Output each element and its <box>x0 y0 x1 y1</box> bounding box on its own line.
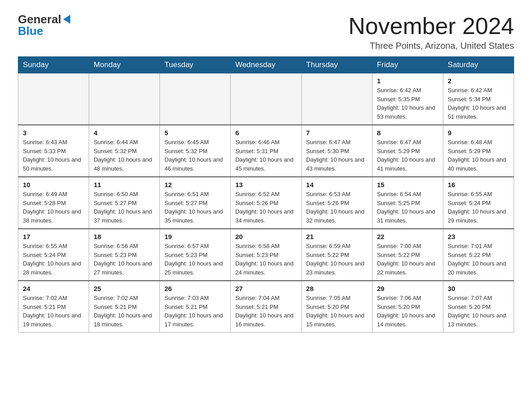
day-number: 27 <box>235 285 296 292</box>
day-number: 20 <box>235 233 296 240</box>
calendar-cell: 16Sunrise: 6:55 AM Sunset: 5:24 PM Dayli… <box>443 177 514 229</box>
day-info: Sunrise: 6:58 AM Sunset: 5:23 PM Dayligh… <box>235 242 296 277</box>
calendar-cell: 28Sunrise: 7:05 AM Sunset: 5:20 PM Dayli… <box>301 281 372 333</box>
calendar-cell <box>231 73 301 125</box>
calendar-cell: 26Sunrise: 7:03 AM Sunset: 5:21 PM Dayli… <box>160 281 231 333</box>
logo: General Blue <box>18 13 71 37</box>
calendar-cell: 6Sunrise: 6:46 AM Sunset: 5:31 PM Daylig… <box>231 125 301 177</box>
calendar-cell <box>89 73 160 125</box>
day-number: 30 <box>448 285 509 292</box>
day-number: 3 <box>23 129 84 137</box>
day-number: 11 <box>94 181 155 188</box>
calendar-cell: 19Sunrise: 6:57 AM Sunset: 5:23 PM Dayli… <box>160 229 231 281</box>
calendar-week-row: 1Sunrise: 6:42 AM Sunset: 5:35 PM Daylig… <box>18 73 514 125</box>
day-info: Sunrise: 6:55 AM Sunset: 5:24 PM Dayligh… <box>23 242 84 277</box>
calendar-title: November 2024 <box>348 13 514 39</box>
calendar-cell: 14Sunrise: 6:53 AM Sunset: 5:26 PM Dayli… <box>301 177 372 229</box>
calendar-cell: 17Sunrise: 6:55 AM Sunset: 5:24 PM Dayli… <box>18 229 89 281</box>
calendar-cell: 24Sunrise: 7:02 AM Sunset: 5:21 PM Dayli… <box>18 281 89 333</box>
day-number: 7 <box>306 129 368 137</box>
calendar-cell: 11Sunrise: 6:50 AM Sunset: 5:27 PM Dayli… <box>89 177 160 229</box>
day-info: Sunrise: 6:47 AM Sunset: 5:30 PM Dayligh… <box>306 138 368 173</box>
day-number: 26 <box>164 285 226 292</box>
day-number: 22 <box>377 233 438 240</box>
day-number: 23 <box>448 233 509 240</box>
calendar-cell: 9Sunrise: 6:48 AM Sunset: 5:29 PM Daylig… <box>443 125 514 177</box>
logo-triangle-icon <box>63 15 70 24</box>
day-number: 10 <box>23 181 84 188</box>
logo-blue-text: Blue <box>18 25 43 37</box>
day-info: Sunrise: 6:46 AM Sunset: 5:31 PM Dayligh… <box>235 138 296 173</box>
calendar-cell: 12Sunrise: 6:51 AM Sunset: 5:27 PM Dayli… <box>160 177 231 229</box>
day-info: Sunrise: 7:04 AM Sunset: 5:21 PM Dayligh… <box>235 294 296 329</box>
calendar-cell: 5Sunrise: 6:45 AM Sunset: 5:32 PM Daylig… <box>160 125 231 177</box>
day-info: Sunrise: 6:44 AM Sunset: 5:32 PM Dayligh… <box>94 138 155 173</box>
calendar-cell <box>160 73 231 125</box>
calendar-table: SundayMondayTuesdayWednesdayThursdayFrid… <box>18 56 514 333</box>
day-info: Sunrise: 7:02 AM Sunset: 5:21 PM Dayligh… <box>23 294 84 329</box>
logo-general-text: General <box>18 13 61 25</box>
day-info: Sunrise: 6:56 AM Sunset: 5:23 PM Dayligh… <box>94 242 155 277</box>
title-block: November 2024 Three Points, Arizona, Uni… <box>348 13 514 51</box>
calendar-cell: 13Sunrise: 6:52 AM Sunset: 5:26 PM Dayli… <box>231 177 301 229</box>
calendar-week-row: 3Sunrise: 6:43 AM Sunset: 5:33 PM Daylig… <box>18 125 514 177</box>
day-info: Sunrise: 6:57 AM Sunset: 5:23 PM Dayligh… <box>164 242 226 277</box>
day-info: Sunrise: 6:42 AM Sunset: 5:35 PM Dayligh… <box>377 86 438 121</box>
day-info: Sunrise: 7:02 AM Sunset: 5:21 PM Dayligh… <box>94 294 155 329</box>
calendar-cell: 30Sunrise: 7:07 AM Sunset: 5:20 PM Dayli… <box>443 281 514 333</box>
calendar-cell: 1Sunrise: 6:42 AM Sunset: 5:35 PM Daylig… <box>372 73 443 125</box>
day-number: 14 <box>306 181 368 188</box>
calendar-week-row: 24Sunrise: 7:02 AM Sunset: 5:21 PM Dayli… <box>18 281 514 333</box>
day-info: Sunrise: 7:07 AM Sunset: 5:20 PM Dayligh… <box>448 294 509 329</box>
day-info: Sunrise: 7:01 AM Sunset: 5:22 PM Dayligh… <box>448 242 509 277</box>
day-info: Sunrise: 6:43 AM Sunset: 5:33 PM Dayligh… <box>23 138 84 173</box>
calendar-cell: 25Sunrise: 7:02 AM Sunset: 5:21 PM Dayli… <box>89 281 160 333</box>
day-number: 28 <box>306 285 368 292</box>
day-number: 21 <box>306 233 368 240</box>
day-info: Sunrise: 6:45 AM Sunset: 5:32 PM Dayligh… <box>164 138 226 173</box>
weekday-header-tuesday: Tuesday <box>160 57 231 73</box>
day-info: Sunrise: 7:00 AM Sunset: 5:22 PM Dayligh… <box>377 242 438 277</box>
day-info: Sunrise: 7:06 AM Sunset: 5:20 PM Dayligh… <box>377 294 438 329</box>
day-number: 6 <box>235 129 296 137</box>
weekday-header-friday: Friday <box>372 57 443 73</box>
calendar-cell: 4Sunrise: 6:44 AM Sunset: 5:32 PM Daylig… <box>89 125 160 177</box>
day-number: 17 <box>23 233 84 240</box>
day-number: 4 <box>94 129 155 137</box>
day-number: 24 <box>23 285 84 292</box>
day-number: 9 <box>448 129 509 137</box>
page-header: General Blue November 2024 Three Points,… <box>18 13 514 51</box>
day-info: Sunrise: 6:47 AM Sunset: 5:29 PM Dayligh… <box>377 138 438 173</box>
day-info: Sunrise: 6:52 AM Sunset: 5:26 PM Dayligh… <box>235 190 296 225</box>
calendar-cell: 7Sunrise: 6:47 AM Sunset: 5:30 PM Daylig… <box>301 125 372 177</box>
calendar-cell: 29Sunrise: 7:06 AM Sunset: 5:20 PM Dayli… <box>372 281 443 333</box>
weekday-header-saturday: Saturday <box>443 57 514 73</box>
calendar-subtitle: Three Points, Arizona, United States <box>348 41 514 51</box>
day-number: 12 <box>164 181 226 188</box>
calendar-cell: 2Sunrise: 6:42 AM Sunset: 5:34 PM Daylig… <box>443 73 514 125</box>
calendar-cell: 22Sunrise: 7:00 AM Sunset: 5:22 PM Dayli… <box>372 229 443 281</box>
calendar-cell: 18Sunrise: 6:56 AM Sunset: 5:23 PM Dayli… <box>89 229 160 281</box>
day-info: Sunrise: 6:51 AM Sunset: 5:27 PM Dayligh… <box>164 190 226 225</box>
day-number: 8 <box>377 129 438 137</box>
day-number: 19 <box>164 233 226 240</box>
day-number: 2 <box>448 77 509 85</box>
weekday-header-monday: Monday <box>89 57 160 73</box>
calendar-cell: 15Sunrise: 6:54 AM Sunset: 5:25 PM Dayli… <box>372 177 443 229</box>
calendar-cell: 3Sunrise: 6:43 AM Sunset: 5:33 PM Daylig… <box>18 125 89 177</box>
calendar-cell: 27Sunrise: 7:04 AM Sunset: 5:21 PM Dayli… <box>231 281 301 333</box>
day-info: Sunrise: 6:54 AM Sunset: 5:25 PM Dayligh… <box>377 190 438 225</box>
day-number: 1 <box>377 77 438 85</box>
day-info: Sunrise: 6:55 AM Sunset: 5:24 PM Dayligh… <box>448 190 509 225</box>
day-number: 16 <box>448 181 509 188</box>
calendar-cell: 21Sunrise: 6:59 AM Sunset: 5:22 PM Dayli… <box>301 229 372 281</box>
day-info: Sunrise: 6:59 AM Sunset: 5:22 PM Dayligh… <box>306 242 368 277</box>
day-info: Sunrise: 6:42 AM Sunset: 5:34 PM Dayligh… <box>448 86 509 121</box>
calendar-cell: 23Sunrise: 7:01 AM Sunset: 5:22 PM Dayli… <box>443 229 514 281</box>
calendar-cell: 20Sunrise: 6:58 AM Sunset: 5:23 PM Dayli… <box>231 229 301 281</box>
day-info: Sunrise: 7:05 AM Sunset: 5:20 PM Dayligh… <box>306 294 368 329</box>
calendar-cell: 10Sunrise: 6:49 AM Sunset: 5:28 PM Dayli… <box>18 177 89 229</box>
day-info: Sunrise: 6:49 AM Sunset: 5:28 PM Dayligh… <box>23 190 84 225</box>
calendar-week-row: 17Sunrise: 6:55 AM Sunset: 5:24 PM Dayli… <box>18 229 514 281</box>
day-number: 29 <box>377 285 438 292</box>
